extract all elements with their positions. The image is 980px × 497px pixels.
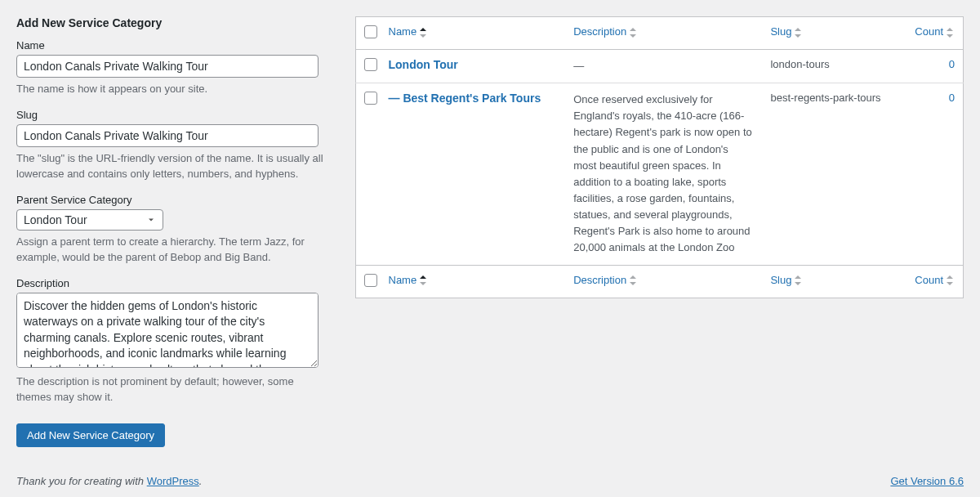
footer-version-link[interactable]: Get Version 6.6 [890,475,964,487]
submit-button[interactable]: Add New Service Category [16,423,165,447]
row-slug: london-tours [762,50,901,83]
sort-icon [795,28,803,38]
input-slug[interactable] [16,124,318,147]
sort-icon [420,275,428,285]
help-parent: Assign a parent term to create a hierarc… [16,234,331,266]
help-slug: The "slug" is the URL-friendly version o… [16,150,331,182]
col-header-slug[interactable]: Slug [770,25,803,38]
help-description: The description is not prominent by defa… [16,374,331,405]
input-name[interactable] [16,55,318,78]
col-header-name[interactable]: Name [389,25,429,38]
col-footer-description[interactable]: Description [573,274,638,286]
field-parent: Parent Service Category London Tour Assi… [16,194,339,266]
col-footer-name[interactable]: Name [389,274,429,286]
table-row: — Best Regent's Park Tours Once reserved… [356,83,964,265]
col-footer-slug[interactable]: Slug [770,274,803,286]
footer-wordpress-link[interactable]: WordPress [147,475,199,487]
select-all-bottom[interactable] [364,274,377,287]
row-slug: best-regents-park-tours [762,83,901,265]
row-name-link[interactable]: London Tour [389,58,458,71]
sort-icon [630,28,638,38]
col-header-count[interactable]: Count [915,25,955,38]
footer-thanks-suffix: . [199,475,203,487]
select-all-top[interactable] [364,25,377,38]
field-name: Name The name is how it appears on your … [16,39,339,97]
form-heading: Add New Service Category [16,16,339,29]
field-description: Description Discover the hidden gems of … [16,277,339,405]
footer: Thank you for creating with WordPress. G… [16,475,964,487]
label-description: Description [16,277,339,289]
row-count-link[interactable]: 0 [949,58,955,70]
sort-icon [420,28,428,38]
row-checkbox[interactable] [364,92,377,105]
sort-icon [795,275,803,285]
sort-icon [630,275,638,285]
label-name: Name [16,39,339,51]
field-slug: Slug The "slug" is the URL-friendly vers… [16,109,339,182]
label-slug: Slug [16,109,339,121]
category-table: Name Description Slug Count London Tour … [355,16,964,298]
row-count-link[interactable]: 0 [949,92,955,104]
table-row: London Tour — london-tours 0 [356,50,964,83]
select-parent[interactable]: London Tour [16,209,163,231]
col-footer-count[interactable]: Count [915,274,955,286]
label-parent: Parent Service Category [16,194,339,206]
row-description: — [565,50,762,83]
row-description: Once reserved exclusively for England's … [565,83,762,265]
help-name: The name is how it appears on your site. [16,81,331,97]
row-checkbox[interactable] [364,58,377,71]
row-name-link[interactable]: — Best Regent's Park Tours [389,92,541,105]
footer-thanks-prefix: Thank you for creating with [16,475,147,487]
sort-icon [947,275,955,285]
col-header-description[interactable]: Description [573,25,638,38]
textarea-description[interactable]: Discover the hidden gems of London's his… [16,293,318,368]
sort-icon [947,28,955,38]
